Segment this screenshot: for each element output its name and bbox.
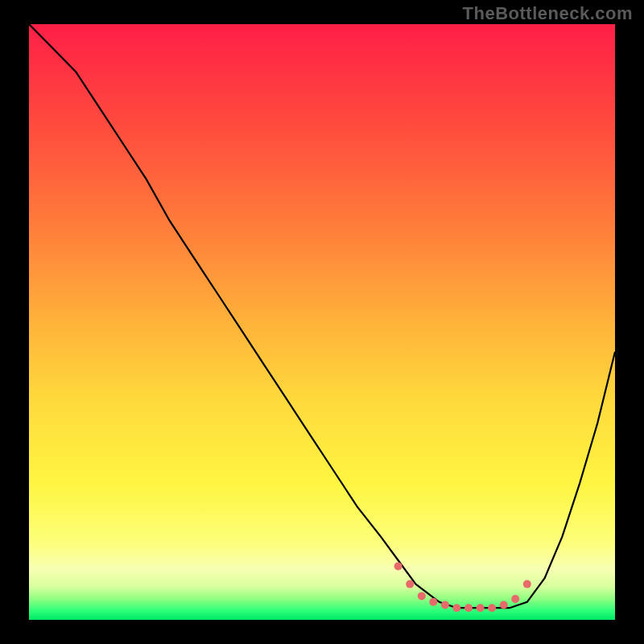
gradient-background xyxy=(29,24,615,620)
valley-marker xyxy=(523,580,531,588)
valley-marker xyxy=(406,580,414,588)
valley-marker xyxy=(452,604,460,612)
valley-marker xyxy=(429,598,437,606)
valley-marker xyxy=(500,601,508,609)
valley-marker xyxy=(477,604,485,612)
valley-marker xyxy=(511,595,519,603)
valley-marker xyxy=(464,604,473,612)
watermark-text: TheBottleneck.com xyxy=(463,3,633,24)
chart-svg xyxy=(29,24,615,620)
valley-marker xyxy=(418,592,426,600)
chart-container: TheBottleneck.com xyxy=(0,0,644,644)
valley-marker xyxy=(394,562,402,570)
valley-marker xyxy=(441,601,449,609)
chart-plot-area xyxy=(29,24,615,620)
valley-marker xyxy=(488,604,496,612)
